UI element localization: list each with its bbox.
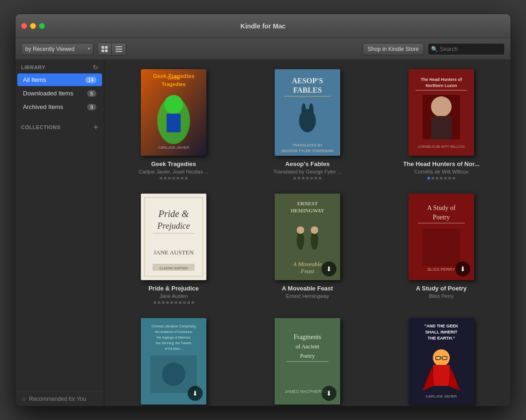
book-cover-aesops-fables: AESOP'S FABLES TRANSLATED BY GEORGE FYLE… [275,69,340,156]
sort-dropdown-wrapper: by Recently Viewed [21,43,94,55]
svg-text:of Fa Hien...: of Fa Hien... [165,347,183,350]
dot [172,177,175,180]
book-author: Carljoe Javier, Josel Nicolas ... [139,169,209,174]
sidebar-item-archived-items[interactable]: Archived Items 9 [17,101,102,113]
dot-active [427,177,430,180]
dot [440,177,443,180]
svg-text:CARLJOE JAVIER: CARLJOE JAVIER [426,394,457,398]
svg-text:FABLES: FABLES [293,86,321,94]
book-cover-wrapper: A Study of Poetry BLISS PERRY ⬇ [409,194,474,280]
svg-rect-6 [116,51,122,52]
svg-text:TRANSLATED BY: TRANSLATED BY [292,143,323,147]
archived-items-label: Archived Items [23,103,87,110]
svg-rect-3 [105,49,108,52]
dot [185,177,188,180]
svg-text:Chinese Literature Comprising: Chinese Literature Comprising [152,325,196,328]
svg-rect-1 [105,46,108,49]
minimize-button[interactable] [30,23,36,29]
add-collection-button[interactable]: + [93,123,98,131]
shop-kindle-store-button[interactable]: Shop in Kindle Store [363,43,424,55]
svg-text:Poetry: Poetry [433,214,450,221]
book-cover-wrapper: The Head Hunters of Northern Luzon CORNÉ… [409,69,474,156]
download-icon: ⬇ [455,261,470,276]
book-cover-wrapper: ERNEST HEMINGWAY A Moveable Feast [275,194,340,280]
book-cover-wrapper: Fragments of Ancient Poetry JAMES MACPHE… [275,318,340,405]
content-area[interactable]: Geek Tragedies CARLJOE JAVIER Geek Trage… [104,60,511,406]
book-cover-wrapper: Pride & Prejudice JANE AUSTEN CLASSIC ED… [141,194,206,280]
book-item-aesops-fables[interactable]: AESOP'S FABLES TRANSLATED BY GEORGE FYLE… [248,69,367,180]
book-item-study-poetry[interactable]: A Study of Poetry BLISS PERRY ⬇ A Study … [381,194,501,304]
dot [164,177,167,180]
book-item-pride-prejudice[interactable]: Pride & Prejudice JANE AUSTEN CLASSIC ED… [114,194,234,304]
sidebar-item-all-items[interactable]: All Items 14 [17,73,102,86]
book-cover-wrapper: Chinese Literature Comprising the Analec… [141,318,206,405]
book-dots [293,177,321,180]
main-window: Kindle for Mac by Recently Viewed Shop i… [15,14,511,406]
search-input[interactable] [440,46,502,52]
sidebar-item-downloaded-items[interactable]: Downloaded Items 5 [17,87,102,100]
svg-text:SHALL INHERIT: SHALL INHERIT [425,330,458,334]
book-item-geek-tragedies[interactable]: Geek Tragedies CARLJOE JAVIER Geek Trage… [114,69,234,180]
book-title: Geek Tragedies [151,160,196,167]
dot [314,177,317,180]
recommended-for-you[interactable]: ☆ Recommended for You [15,391,104,406]
download-icon: ⬇ [321,386,336,401]
maximize-button[interactable] [39,23,45,29]
dot [183,301,186,304]
book-item-chinese-lit[interactable]: Chinese Literature Comprising the Analec… [114,318,234,406]
dot [444,177,447,180]
dot [306,177,309,180]
book-item-fragments[interactable]: Fragments of Ancient Poetry JAMES MACPHE… [248,318,367,406]
svg-rect-13 [167,114,181,132]
book-item-geek-inherit[interactable]: "AND THE GEEK SHALL INHERIT THE EARTH." [381,318,501,406]
svg-text:HEMINGWAY: HEMINGWAY [291,208,324,213]
svg-text:JANE AUSTEN: JANE AUSTEN [153,249,194,256]
dot [187,301,190,304]
svg-text:The Head Hunters of: The Head Hunters of [421,77,462,82]
dot [448,177,451,180]
book-cover-head-hunters: The Head Hunters of Northern Luzon CORNÉ… [409,69,474,156]
list-view-button[interactable] [112,43,126,55]
svg-text:BLISS PERRY: BLISS PERRY [428,267,455,272]
book-title: A Moveable Feast [282,285,333,292]
svg-text:ERNEST: ERNEST [297,201,318,206]
dot [310,177,313,180]
dot [162,301,165,304]
search-icon: 🔍 [431,46,438,52]
dot [176,177,179,180]
svg-text:Feast: Feast [300,268,314,275]
book-author: Cornélis de Witt Willcox [414,169,468,174]
dot [302,177,305,180]
book-author: Translated by George Fyler ... [273,169,342,174]
dot [181,177,183,180]
svg-point-30 [431,96,452,117]
book-item-moveable-feast[interactable]: ERNEST HEMINGWAY A Moveable Feast [248,194,367,304]
svg-rect-31 [431,116,452,139]
svg-text:Tragedies: Tragedies [161,81,185,87]
book-item-head-hunters[interactable]: The Head Hunters of Northern Luzon CORNÉ… [381,69,501,180]
svg-text:CARLJOE JAVIER: CARLJOE JAVIER [158,145,190,150]
download-icon: ⬇ [188,386,203,401]
svg-text:CLASSIC EDITION: CLASSIC EDITION [160,267,188,270]
svg-text:"AND THE GEEK: "AND THE GEEK [424,324,459,328]
download-icon: ⬇ [321,261,336,276]
sort-dropdown[interactable]: by Recently Viewed [21,43,94,55]
dot [293,177,296,180]
svg-text:the Shi King, the Travels: the Shi King, the Travels [156,341,191,345]
book-dots [160,177,188,180]
svg-rect-54 [423,229,460,266]
book-grid: Geek Tragedies CARLJOE JAVIER Geek Trage… [114,69,501,406]
svg-text:Fragments: Fragments [293,333,321,340]
book-cover-pride-prejudice: Pride & Prejudice JANE AUSTEN CLASSIC ED… [141,194,206,280]
all-items-label: All Items [23,76,85,83]
svg-text:Northern Luzon: Northern Luzon [426,83,457,88]
dot [170,301,173,304]
grid-view-button[interactable] [98,43,112,55]
book-title: Pride & Prejudice [148,285,199,292]
close-button[interactable] [21,23,27,29]
dot [319,177,321,180]
book-cover-wrapper: "AND THE GEEK SHALL INHERIT THE EARTH." [409,318,474,405]
library-label: LIBRARY [21,65,45,70]
refresh-icon[interactable]: ↻ [93,64,98,71]
dot [431,177,434,180]
